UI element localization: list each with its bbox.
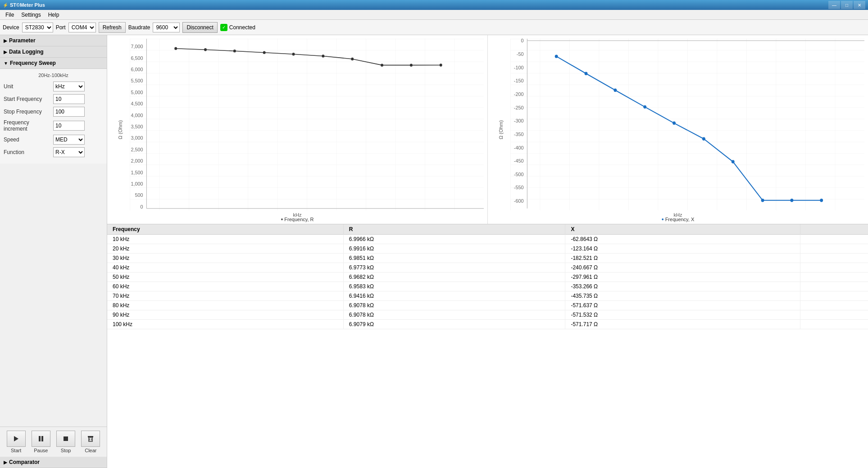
sidebar-data-logging-header[interactable]: ▶ Data Logging xyxy=(0,46,107,58)
parameter-label: Parameter xyxy=(9,37,36,44)
table-cell: 6.9078 kΩ xyxy=(343,310,565,320)
start-label: Start xyxy=(11,448,21,453)
stop-button[interactable] xyxy=(56,431,75,447)
start-button[interactable] xyxy=(7,431,26,447)
svg-text:-450: -450 xyxy=(514,158,524,164)
table-cell-extra xyxy=(800,254,868,263)
disconnect-button[interactable]: Disconnect xyxy=(182,22,217,33)
close-button[interactable]: ✕ xyxy=(854,1,865,9)
table-cell-extra xyxy=(800,282,868,291)
table-cell: 70 kHz xyxy=(107,291,343,301)
table-cell: 6.9682 kΩ xyxy=(343,273,565,282)
table-row: 80 kHz6.9078 kΩ-571.637 Ω xyxy=(107,301,868,310)
table-cell: -435.735 Ω xyxy=(565,291,800,301)
table-row: 70 kHz6.9416 kΩ-435.735 Ω xyxy=(107,291,868,301)
table-body: 10 kHz6.9966 kΩ-62.8643 Ω20 kHz6.9916 kΩ… xyxy=(107,235,868,329)
menu-help[interactable]: Help xyxy=(45,11,63,19)
svg-text:6,500: 6,500 xyxy=(131,55,143,60)
table-row: 20 kHz6.9916 kΩ-123.164 Ω xyxy=(107,244,868,254)
refresh-button[interactable]: Refresh xyxy=(99,22,126,33)
table-cell: -297.961 Ω xyxy=(565,273,800,282)
table-cell: 50 kHz xyxy=(107,273,343,282)
menubar: File Settings Help xyxy=(0,10,868,20)
device-select[interactable]: ST2830 xyxy=(22,23,53,32)
sidebar-parameter-header[interactable]: ▶ Parameter xyxy=(0,35,107,46)
maximize-button[interactable]: □ xyxy=(841,1,853,9)
svg-rect-49 xyxy=(510,39,864,210)
menu-file[interactable]: File xyxy=(2,11,18,19)
data-table: Frequency R X 10 kHz6.9966 kΩ-62.8643 Ω2… xyxy=(107,224,868,329)
svg-text:2,500: 2,500 xyxy=(131,146,143,152)
table-cell: -571.532 Ω xyxy=(565,310,800,320)
speed-select[interactable]: LOW MED HIGH xyxy=(53,135,85,145)
svg-rect-8 xyxy=(130,39,484,210)
pause-label: Pause xyxy=(34,448,48,453)
table-cell-extra xyxy=(800,301,868,310)
svg-point-80 xyxy=(643,105,646,109)
titlebar-controls: — □ ✕ xyxy=(828,1,865,9)
svg-text:-150: -150 xyxy=(514,78,524,83)
svg-text:500: 500 xyxy=(135,192,143,198)
port-label: Port xyxy=(56,24,66,31)
minimize-button[interactable]: — xyxy=(828,1,840,9)
sidebar-comparator-header[interactable]: ▶ Comparator xyxy=(0,457,107,468)
start-freq-label: Start Frequency xyxy=(4,96,53,102)
table-cell: -182.521 Ω xyxy=(565,254,800,263)
comparator-label: Comparator xyxy=(9,459,40,465)
unit-select[interactable]: kHz Hz xyxy=(53,82,85,91)
freq-increment-row: Frequency increment xyxy=(4,119,103,132)
freq-sweep-arrow-icon: ▼ xyxy=(4,61,8,66)
clear-button[interactable] xyxy=(81,431,100,447)
svg-text:-100: -100 xyxy=(514,64,524,70)
svg-point-44 xyxy=(322,55,324,57)
titlebar: ⚡ ST©Meter Plus — □ ✕ xyxy=(0,0,868,10)
svg-point-45 xyxy=(351,58,354,60)
device-label: Device xyxy=(3,24,19,31)
svg-text:6,000: 6,000 xyxy=(131,67,143,72)
table-cell: 6.9583 kΩ xyxy=(343,282,565,291)
port-select[interactable]: COM4 xyxy=(68,23,96,32)
table-cell: 100 kHz xyxy=(107,320,343,329)
baudrate-label: Baudrate xyxy=(128,24,150,31)
pause-button[interactable] xyxy=(32,431,50,447)
svg-text:0: 0 xyxy=(521,39,523,44)
table-cell-extra xyxy=(800,235,868,244)
svg-point-86 xyxy=(820,199,823,202)
function-select[interactable]: R-X Z-θ C-D xyxy=(53,147,85,157)
baudrate-select[interactable]: 9600 19200 38400 xyxy=(153,23,180,32)
freq-increment-input[interactable] xyxy=(53,121,85,131)
stop-freq-row: Stop Frequency xyxy=(4,107,103,117)
svg-point-47 xyxy=(410,64,413,66)
svg-text:-550: -550 xyxy=(514,185,524,190)
unit-row: Unit kHz Hz xyxy=(4,82,103,91)
table-row: 50 kHz6.9682 kΩ-297.961 Ω xyxy=(107,273,868,282)
content-area: Ω (Ohm) 0 500 1,000 1,500 2,000 2,5 xyxy=(107,35,868,468)
data-table-area: Frequency R X 10 kHz6.9966 kΩ-62.8643 Ω2… xyxy=(107,224,868,468)
svg-text:-350: -350 xyxy=(514,132,524,137)
start-freq-input[interactable] xyxy=(53,94,85,104)
clear-label: Clear xyxy=(85,448,96,453)
svg-text:-50: -50 xyxy=(517,51,524,57)
col-x: X xyxy=(565,224,800,235)
table-cell-extra xyxy=(800,273,868,282)
titlebar-icon: ⚡ xyxy=(3,3,8,8)
table-row: 60 kHz6.9583 kΩ-353.266 Ω xyxy=(107,282,868,291)
chart-r-legend-dot: • xyxy=(281,216,283,223)
table-cell: 90 kHz xyxy=(107,310,343,320)
function-label: Function xyxy=(4,149,53,155)
svg-point-48 xyxy=(440,64,442,66)
table-cell-extra xyxy=(800,320,868,329)
table-cell: -571.717 Ω xyxy=(565,320,800,329)
freq-sweep-subtitle: 20Hz-100kHz xyxy=(4,73,103,78)
speed-label: Speed xyxy=(4,136,53,143)
stop-freq-input[interactable] xyxy=(53,107,85,117)
sidebar-freq-sweep-header[interactable]: ▼ Frequency Sweep xyxy=(0,58,107,69)
chart-r-legend: • Frequency, R xyxy=(281,216,314,223)
svg-text:-300: -300 xyxy=(514,118,524,123)
menu-settings[interactable]: Settings xyxy=(18,11,44,19)
svg-point-41 xyxy=(233,50,236,52)
table-cell: 6.9966 kΩ xyxy=(343,235,565,244)
table-cell-extra xyxy=(800,310,868,320)
start-freq-row: Start Frequency xyxy=(4,94,103,104)
freq-sweep-label: Frequency Sweep xyxy=(10,60,56,66)
